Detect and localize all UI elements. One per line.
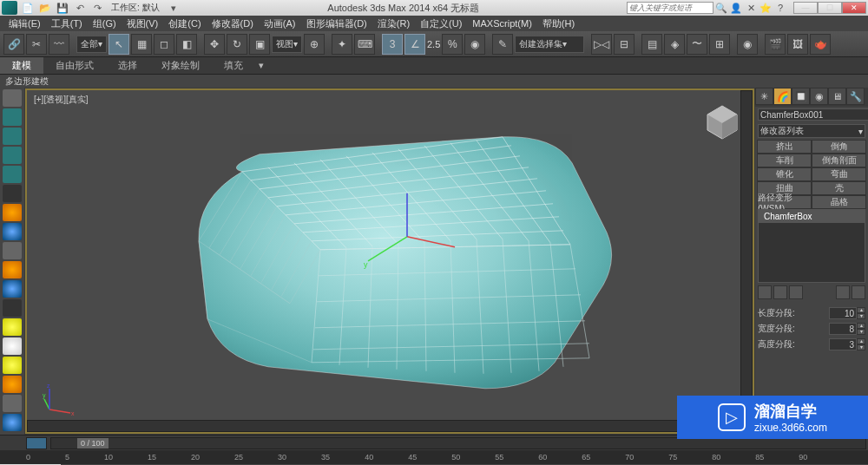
lt-btn-12[interactable] [3,299,22,317]
ribbon-expand-icon[interactable]: ▾ [259,60,264,71]
lt-btn-7[interactable] [3,204,22,221]
menu-animation[interactable]: 动画(A) [259,17,301,30]
lt-btn-15[interactable] [3,357,22,374]
lt-btn-13[interactable] [3,318,22,336]
modbtn-extrude[interactable]: 挤出 [757,140,812,154]
rendered-frame-icon[interactable]: 🖼 [787,34,808,55]
stack-showend-icon[interactable] [773,285,787,299]
qat-open-icon[interactable]: 📂 [38,2,52,14]
lt-btn-2[interactable] [3,108,22,126]
viewcube[interactable] [700,99,744,142]
modbtn-bevelprofile[interactable]: 倒角剖面 [812,154,866,167]
modbtn-lattice[interactable]: 晶格 [812,195,866,209]
lt-btn-10[interactable] [3,261,22,278]
rotate-icon[interactable]: ↻ [227,34,247,55]
modbtn-pathdeform[interactable]: 路径变形 (WSM) [757,195,812,209]
qat-undo-icon[interactable]: ↶ [73,2,87,14]
window-crossing-icon[interactable]: ◧ [176,34,197,55]
cp-tab-motion[interactable]: ◉ [810,88,828,105]
spinner-up-icon[interactable]: ▴ [857,323,865,329]
lt-btn-6[interactable] [3,185,22,202]
maximize-button[interactable]: ☐ [818,2,842,14]
material-editor-icon[interactable]: ◉ [737,34,758,55]
infocenter-favorites-icon[interactable]: ? [774,2,786,14]
viewport-scrollbar-v[interactable] [740,90,753,420]
workspace-label[interactable]: 工作区: 默认 [108,2,163,14]
infocenter-search-icon[interactable]: 🔍 [715,2,727,14]
select-link-icon[interactable]: 🔗 [3,34,24,55]
ribbon-tab-populate[interactable]: 填充 [212,57,255,74]
infocenter-exchange-icon[interactable]: ✕ [745,2,757,14]
viewport-scrollbar-h[interactable] [27,420,740,432]
graphite-icon[interactable]: ◈ [664,34,685,55]
close-button[interactable]: ✕ [842,2,866,14]
workspace-dropdown-icon[interactable]: ▾ [167,2,181,14]
menu-create[interactable]: 创建(C) [163,17,206,30]
stack-config-icon[interactable] [852,285,865,299]
percent-snap-icon[interactable]: % [442,34,463,55]
layer-manager-icon[interactable]: ▤ [641,34,662,55]
menu-maxscript[interactable]: MAXScript(M) [467,18,536,29]
lt-btn-1[interactable] [3,89,22,107]
named-selection-dropdown[interactable]: 创建选择集 ▾ [515,36,584,53]
modbtn-lathe[interactable]: 车削 [757,154,812,167]
trackbar[interactable]: 0 5 10 15 20 25 30 35 40 45 50 55 60 65 … [0,450,868,464]
align-icon[interactable]: ⊟ [614,34,635,55]
lt-btn-5[interactable] [3,166,22,183]
unlink-icon[interactable]: ✂ [26,34,47,55]
curve-editor-icon[interactable]: 〜 [687,34,707,55]
menu-modifiers[interactable]: 修改器(D) [207,17,259,30]
selection-filter-dropdown[interactable]: 全部 ▾ [76,36,107,53]
cp-tab-display[interactable]: 🖥 [828,88,846,105]
app-logo[interactable] [2,1,17,15]
schematic-icon[interactable]: ⊞ [709,34,730,55]
snap-toggle-icon[interactable]: 3 [382,34,403,55]
lt-btn-9[interactable] [3,242,22,259]
cp-tab-hierarchy[interactable]: 🔲 [792,88,810,105]
menu-customize[interactable]: 自定义(U) [415,17,467,30]
menu-tools[interactable]: 工具(T) [46,17,88,30]
param-height-segs-field[interactable] [829,338,857,350]
viewport-label[interactable]: [+][透视][真实] [34,94,89,106]
search-input[interactable] [627,2,713,14]
modbtn-bevel[interactable]: 倒角 [812,140,866,154]
lt-btn-8[interactable] [3,223,22,240]
menu-grapheditors[interactable]: 图形编辑器(D) [301,17,372,30]
qat-save-icon[interactable]: 💾 [56,2,69,14]
infocenter-signin-icon[interactable]: 👤 [730,2,742,14]
cp-tab-create[interactable]: ✳ [755,88,773,105]
scale-icon[interactable]: ▣ [249,34,270,55]
ribbon-tab-selection[interactable]: 选择 [106,57,149,74]
spinner-down-icon[interactable]: ▾ [857,329,865,335]
menu-rendering[interactable]: 渲染(R) [372,17,415,30]
render-icon[interactable]: 🫖 [810,34,831,55]
ribbon-tab-freeform[interactable]: 自由形式 [43,57,106,74]
param-length-segs-field[interactable] [829,307,857,319]
stack-remove-icon[interactable] [836,285,850,299]
select-region-icon[interactable]: ◻ [154,34,174,55]
stack-item-chamferbox[interactable]: ChamferBox [759,210,865,223]
lt-btn-3[interactable] [3,128,22,145]
object-name-field[interactable] [758,108,868,121]
angle-snap-icon[interactable]: ∠ [404,34,425,55]
spinner-up-icon[interactable]: ▴ [857,338,865,344]
refcoord-dropdown[interactable]: 视图 ▾ [272,36,302,53]
lt-btn-11[interactable] [3,280,22,298]
lt-btn-17[interactable] [3,395,22,412]
time-slider-handle[interactable]: 0 / 100 [77,438,108,449]
select-object-icon[interactable]: ↖ [108,34,129,55]
modbtn-taper[interactable]: 锥化 [757,167,812,181]
move-icon[interactable]: ✥ [204,34,225,55]
edit-named-icon[interactable]: ✎ [492,34,513,55]
modifier-stack[interactable]: ChamferBox [758,209,865,283]
viewport[interactable]: [+][透视][真实] [27,90,753,432]
menu-help[interactable]: 帮助(H) [537,17,580,30]
modifier-list-dropdown[interactable]: 修改器列表▾ [758,124,865,138]
menu-views[interactable]: 视图(V) [122,17,164,30]
menu-edit[interactable]: 编辑(E) [3,17,46,30]
timeline-config-icon[interactable] [26,437,47,449]
manipulate-icon[interactable]: ✦ [332,34,352,55]
ribbon-tab-modeling[interactable]: 建模 [0,57,43,74]
render-setup-icon[interactable]: 🎬 [765,34,786,55]
spinner-snap-icon[interactable]: ◉ [464,34,485,55]
